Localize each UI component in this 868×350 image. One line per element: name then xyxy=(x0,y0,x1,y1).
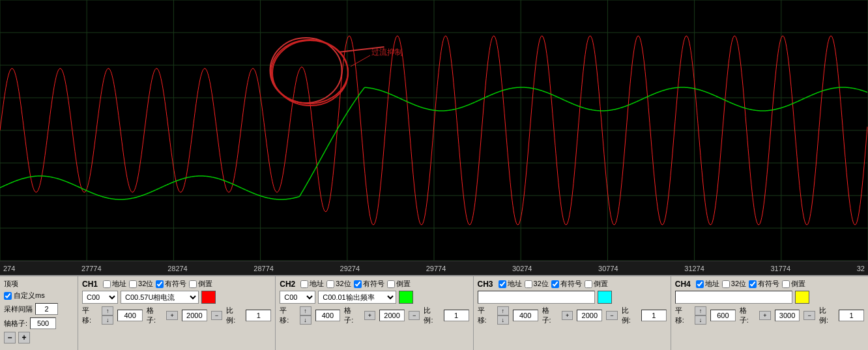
ch3-grid-minus-button[interactable]: − xyxy=(606,311,618,320)
custom-ms-row: 自定义ms xyxy=(4,291,74,300)
ch2-invert-label[interactable]: 倒置 xyxy=(387,279,411,289)
waveform-canvas xyxy=(0,0,868,261)
axis-plus-button[interactable]: + xyxy=(18,332,30,343)
ch2-offset-up-button[interactable]: ↑ xyxy=(300,306,311,315)
ch2-param-row: 平移: ↑ ↓ 400 格子: + 2000 − 比例: 1 xyxy=(280,306,469,325)
ch1-invert-label[interactable]: 倒置 xyxy=(189,279,212,289)
ch1-color-box xyxy=(201,291,216,304)
ch1-header: CH1 地址 32位 有符号 倒置 xyxy=(82,279,271,289)
ch2-signed-checkbox[interactable] xyxy=(354,280,362,288)
ch4-addr-checkbox[interactable] xyxy=(696,280,704,288)
ch1-scale-value: 1 xyxy=(246,310,271,321)
ch4-scale-label: 比例: xyxy=(819,306,835,325)
custom-ms-checkbox[interactable] xyxy=(4,292,12,300)
left-controls: 顶项 自定义ms 采样间隔 轴格子: − + xyxy=(0,276,78,350)
ch2-device-select[interactable]: C00 xyxy=(280,291,315,304)
x-axis-labels: 274 27774 28274 28774 29274 29774 30274 … xyxy=(3,265,865,272)
ch3-offset-label: 平移: xyxy=(478,306,493,325)
ch3-32bit-checkbox[interactable] xyxy=(525,280,532,288)
ch3-offset-value: 400 xyxy=(513,310,538,321)
ch3-header: CH3 地址 32位 有符号 倒置 xyxy=(478,279,667,289)
ch4-32bit-label[interactable]: 32位 xyxy=(722,279,746,289)
ch3-offset-down-button[interactable]: ↓ xyxy=(497,315,509,325)
x-label-10: 32 xyxy=(857,265,865,272)
ch3-signal-row xyxy=(478,291,667,304)
ch1-grid-label: 格子: xyxy=(147,306,162,325)
ch2-grid-plus-button[interactable]: + xyxy=(364,311,376,320)
ch3-grid-value: 2000 xyxy=(577,310,602,321)
x-label-8: 31274 xyxy=(684,265,704,272)
ch4-grid-minus-button[interactable]: − xyxy=(803,311,815,320)
ch4-32bit-checkbox[interactable] xyxy=(722,280,730,288)
ch1-offset-value: 400 xyxy=(117,310,143,321)
ch2-addr-checkbox[interactable] xyxy=(300,280,308,288)
ch1-offset-label: 平移: xyxy=(82,306,98,325)
ch4-signal-input[interactable] xyxy=(675,291,792,304)
ch2-32bit-checkbox[interactable] xyxy=(326,280,334,288)
ch3-param-row: 平移: ↑ ↓ 400 格子: + 2000 − 比例: 1 xyxy=(478,306,667,325)
ch4-offset-up-button[interactable]: ↑ xyxy=(695,306,706,315)
ch3-invert-label[interactable]: 倒置 xyxy=(585,279,608,289)
ch4-param-row: 平移: ↑ ↓ 600 格子: + 3000 − 比例: 1 xyxy=(675,306,864,325)
ch1-grid-minus-button[interactable]: − xyxy=(211,311,223,320)
ch4-grid-plus-button[interactable]: + xyxy=(759,311,771,320)
ch4-signed-label[interactable]: 有符号 xyxy=(749,279,779,289)
ch4-label: CH4 xyxy=(675,280,691,289)
ch2-section: CH2 地址 32位 有符号 倒置 C00 C00.01输出频率 平移: ↑ xyxy=(276,276,473,350)
ch2-32bit-label[interactable]: 32位 xyxy=(326,279,351,289)
ch3-invert-checkbox[interactable] xyxy=(585,280,592,288)
axis-grid-label: 轴格子: xyxy=(4,319,27,328)
ch2-invert-checkbox[interactable] xyxy=(387,280,395,288)
ch4-invert-checkbox[interactable] xyxy=(782,280,790,288)
ch1-device-select[interactable]: C00 xyxy=(82,291,118,304)
ch4-section: CH4 地址 32位 有符号 倒置 平移: ↑ ↓ 600 格子: + 3000 xyxy=(671,276,868,350)
ch4-signed-checkbox[interactable] xyxy=(749,280,757,288)
ch3-grid-plus-button[interactable]: + xyxy=(562,311,573,320)
ch1-32bit-label[interactable]: 32位 xyxy=(129,279,153,289)
ch4-header: CH4 地址 32位 有符号 倒置 xyxy=(675,279,864,289)
ch1-addr-label[interactable]: 地址 xyxy=(103,279,126,289)
ch3-scale-label: 比例: xyxy=(622,306,637,325)
ch2-offset-down-button[interactable]: ↓ xyxy=(300,315,311,325)
ch1-grid-plus-button[interactable]: + xyxy=(166,311,178,320)
ch2-signed-label[interactable]: 有符号 xyxy=(354,279,384,289)
sample-interval-input[interactable] xyxy=(35,303,58,315)
ch1-signed-checkbox[interactable] xyxy=(156,280,164,288)
ch2-offset-label: 平移: xyxy=(280,306,295,325)
ch1-offset-up-button[interactable]: ↑ xyxy=(102,306,113,315)
ch2-color-box xyxy=(399,291,413,304)
ch4-offset-label: 平移: xyxy=(675,306,691,325)
x-label-2: 28274 xyxy=(167,265,188,272)
ch1-signal-select[interactable]: C00.57U相电流 xyxy=(121,291,199,304)
ch1-section: CH1 地址 32位 有符号 倒置 C00 C00.57U相电流 平移: ↑ xyxy=(78,276,276,350)
ch3-signed-label[interactable]: 有符号 xyxy=(551,279,582,289)
ch4-offset-down-button[interactable]: ↓ xyxy=(695,315,706,325)
ch3-addr-label[interactable]: 地址 xyxy=(499,279,522,289)
ch2-grid-minus-button[interactable]: − xyxy=(409,311,420,320)
axis-minus-button[interactable]: − xyxy=(4,332,16,343)
ch1-signed-label[interactable]: 有符号 xyxy=(156,279,186,289)
ch3-signed-checkbox[interactable] xyxy=(551,280,559,288)
ch1-offset-down-button[interactable]: ↓ xyxy=(102,315,113,325)
ch3-addr-checkbox[interactable] xyxy=(499,280,506,288)
ch4-invert-label[interactable]: 倒置 xyxy=(782,279,805,289)
ch1-addr-checkbox[interactable] xyxy=(103,280,111,288)
ch2-addr-label[interactable]: 地址 xyxy=(300,279,324,289)
ch3-offset-up-button[interactable]: ↑ xyxy=(497,306,509,315)
ch4-grid-label: 格子: xyxy=(740,306,755,325)
ch3-32bit-label[interactable]: 32位 xyxy=(525,279,549,289)
ch4-addr-label[interactable]: 地址 xyxy=(696,279,719,289)
ch1-grid-value: 2000 xyxy=(182,310,207,321)
ch2-signal-select[interactable]: C00.01输出频率 xyxy=(318,291,396,304)
ch1-invert-checkbox[interactable] xyxy=(189,280,197,288)
ch2-scale-label: 比例: xyxy=(424,306,439,325)
chart-area: 过流抑制 xyxy=(0,0,868,261)
ch1-32bit-checkbox[interactable] xyxy=(129,280,137,288)
ch2-scale-value: 1 xyxy=(444,310,469,321)
ch3-signal-input[interactable] xyxy=(478,291,595,304)
ch1-signal-row: C00 C00.57U相电流 xyxy=(82,291,271,304)
ch2-label: CH2 xyxy=(280,280,295,289)
axis-grid-input[interactable] xyxy=(30,317,56,329)
ch1-scale-label: 比例: xyxy=(226,306,242,325)
x-label-1: 27774 xyxy=(81,265,102,272)
